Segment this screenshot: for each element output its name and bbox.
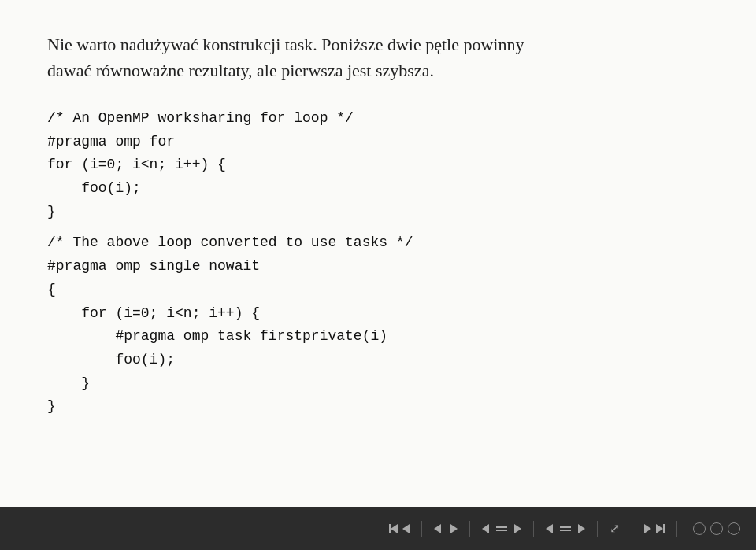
eq-line-2 — [496, 530, 507, 531]
align-controls-2 — [543, 522, 587, 535]
bottom-navigation-bar: ⤢ — [0, 507, 756, 550]
expand-button[interactable]: ⤢ — [607, 519, 622, 537]
first-tri-icon — [391, 524, 398, 533]
settings-circle-1[interactable] — [693, 522, 706, 535]
next-tri-right-icon — [644, 524, 651, 533]
eq-line-1 — [496, 526, 507, 528]
eq-icon-2[interactable] — [560, 526, 571, 531]
nav-cluster-left — [387, 522, 412, 535]
nav-divider-6 — [676, 521, 677, 537]
settings-icons — [693, 522, 740, 535]
eq-line-4 — [560, 530, 571, 531]
eq-line-3 — [560, 526, 571, 528]
nav-divider-3 — [533, 521, 534, 537]
alignment-controls — [480, 522, 524, 535]
content-area: Nie warto nadużywać konstrukcji task. Po… — [0, 0, 756, 550]
intro-line1: Nie warto nadużywać konstrukcji task. Po… — [47, 35, 524, 54]
bar-right-icon — [663, 524, 665, 533]
nav-next-button-right[interactable] — [642, 522, 654, 535]
settings-circle-2[interactable] — [710, 522, 723, 535]
code-block-2: /* The above loop converted to use tasks… — [47, 231, 709, 419]
align-left-icon — [482, 524, 489, 533]
next-tri-icon-2 — [450, 524, 458, 533]
align-left-button[interactable] — [480, 522, 491, 535]
nav-next-button-2[interactable] — [448, 522, 460, 535]
nav-first-button[interactable] — [387, 522, 400, 535]
align-left-icon-2 — [546, 524, 553, 533]
align-right-button-2[interactable] — [576, 522, 587, 535]
code-block-1: /* An OpenMP worksharing for loop */ #pr… — [47, 107, 709, 223]
last-tri-icon — [656, 524, 663, 533]
align-right-icon — [514, 524, 521, 533]
nav-prev-button[interactable] — [400, 522, 412, 535]
eq-icon[interactable] — [496, 526, 507, 531]
prev-tri-icon — [402, 524, 410, 533]
nav-divider-1 — [421, 521, 422, 537]
intro-paragraph: Nie warto nadużywać konstrukcji task. Po… — [47, 31, 709, 83]
nav-cluster-right — [642, 522, 667, 535]
nav-prev-button-2[interactable] — [432, 522, 443, 535]
align-right-icon-2 — [578, 524, 585, 533]
nav-last-button[interactable] — [654, 522, 667, 535]
intro-line2: dawać równoważne rezultaty, ale pierwsza… — [47, 61, 434, 80]
align-right-button[interactable] — [512, 522, 524, 535]
nav-divider-5 — [632, 521, 632, 537]
nav-divider-2 — [469, 521, 470, 537]
nav-divider-4 — [597, 521, 598, 537]
align-left-button-2[interactable] — [543, 522, 555, 535]
bottom-middle-controls — [432, 522, 460, 535]
settings-circle-3[interactable] — [728, 522, 740, 535]
slide-container: Nie warto nadużywać konstrukcji task. Po… — [0, 0, 756, 550]
prev-tri-icon-2 — [434, 524, 441, 533]
